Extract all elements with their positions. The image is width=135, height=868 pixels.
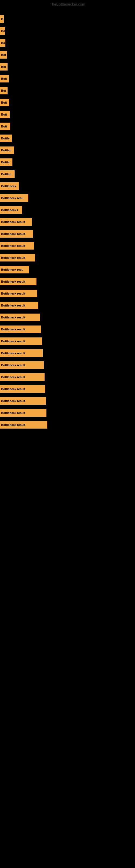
bar-label: Bottleneck xyxy=(0,182,19,190)
site-title: TheBottlenecker.com xyxy=(0,0,135,9)
bar-row: Bott xyxy=(0,98,135,107)
bar-label: Bottleneck result xyxy=(0,230,33,238)
bar-row: Bottleneck resu xyxy=(0,194,135,203)
bar-row: Bottleneck result xyxy=(0,277,135,286)
bar-label: Bott xyxy=(0,123,10,130)
bar-row: Bottleneck result xyxy=(0,313,135,322)
bar-row: B xyxy=(0,14,135,23)
bar-label: Bottleneck result xyxy=(0,397,46,405)
bar-label: Bottleneck result xyxy=(0,290,37,297)
bar-row: Bo xyxy=(0,38,135,47)
bar-label: Bottleneck result xyxy=(0,242,34,250)
bar-row: Bot xyxy=(0,62,135,71)
bar-label: Bottleneck result xyxy=(0,314,40,321)
bar-row: Bottleneck result xyxy=(0,253,135,262)
bar-row: Bottleneck result xyxy=(0,421,135,429)
bar-row: Bottleneck result xyxy=(0,229,135,238)
bar-row: Bot xyxy=(0,51,135,59)
bar-row: Bottlen xyxy=(0,170,135,179)
bar-row: Bottleneck resu xyxy=(0,265,135,274)
bar-label: Bot xyxy=(0,63,8,70)
bar-label: Bottleneck result xyxy=(0,373,45,381)
bars-container: BBoBoBotBotBottBotBottBottBottBottleBott… xyxy=(0,9,135,435)
bar-label: B xyxy=(0,15,4,23)
bar-label: Bottleneck resu xyxy=(0,266,29,273)
bar-row: Bo xyxy=(0,27,135,35)
bar-row: Bottleneck result xyxy=(0,384,135,393)
bar-label: Bottleneck result xyxy=(0,302,38,309)
bar-label: Bottleneck result xyxy=(0,361,44,369)
bar-row: Bottleneck result xyxy=(0,218,135,226)
bar-row: Bottleneck result xyxy=(0,408,135,417)
bar-row: Bott xyxy=(0,110,135,119)
bar-label: Bot xyxy=(0,51,7,59)
bar-label: Bott xyxy=(0,75,9,83)
bar-label: Bo xyxy=(0,27,5,35)
bar-row: Bot xyxy=(0,86,135,95)
bar-label: Bottleneck result xyxy=(0,218,32,226)
bar-row: Bottleneck result xyxy=(0,349,135,358)
bar-row: Bottlen xyxy=(0,146,135,155)
bar-row: Bottleneck result xyxy=(0,337,135,346)
bar-label: Bo xyxy=(0,39,5,46)
bar-label: Bottleneck resu xyxy=(0,194,28,202)
bar-label: Bottleneck r xyxy=(0,206,22,214)
bar-row: Bottleneck result xyxy=(0,361,135,369)
bar-label: Bottle xyxy=(0,158,12,166)
bar-row: Bottleneck result xyxy=(0,301,135,310)
bar-row: Bott xyxy=(0,122,135,131)
bar-label: Bottleneck result xyxy=(0,278,37,285)
bar-row: Bottleneck result xyxy=(0,289,135,298)
bar-row: Bottleneck r xyxy=(0,206,135,214)
bar-row: Bottleneck result xyxy=(0,325,135,334)
bar-label: Bottleneck result xyxy=(0,385,45,393)
bar-row: Bott xyxy=(0,74,135,83)
bar-row: Bottleneck result xyxy=(0,397,135,405)
bar-label: Bottleneck result xyxy=(0,409,46,416)
bar-label: Bot xyxy=(0,87,8,94)
bar-row: Bottle xyxy=(0,134,135,143)
bar-label: Bottleneck result xyxy=(0,349,43,357)
bar-label: Bott xyxy=(0,99,9,106)
bar-row: Bottleneck xyxy=(0,182,135,190)
bar-label: Bottleneck result xyxy=(0,337,42,345)
bar-label: Bott xyxy=(0,111,10,118)
bar-row: Bottle xyxy=(0,158,135,166)
bar-label: Bottleneck result xyxy=(0,326,41,333)
bar-row: Bottleneck result xyxy=(0,241,135,250)
bar-label: Bottleneck result xyxy=(0,254,35,261)
bar-label: Bottlen xyxy=(0,147,14,154)
bar-row: Bottleneck result xyxy=(0,373,135,381)
bar-label: Bottlen xyxy=(0,170,14,178)
bar-label: Bottle xyxy=(0,134,12,142)
bar-label: Bottleneck result xyxy=(0,421,47,429)
